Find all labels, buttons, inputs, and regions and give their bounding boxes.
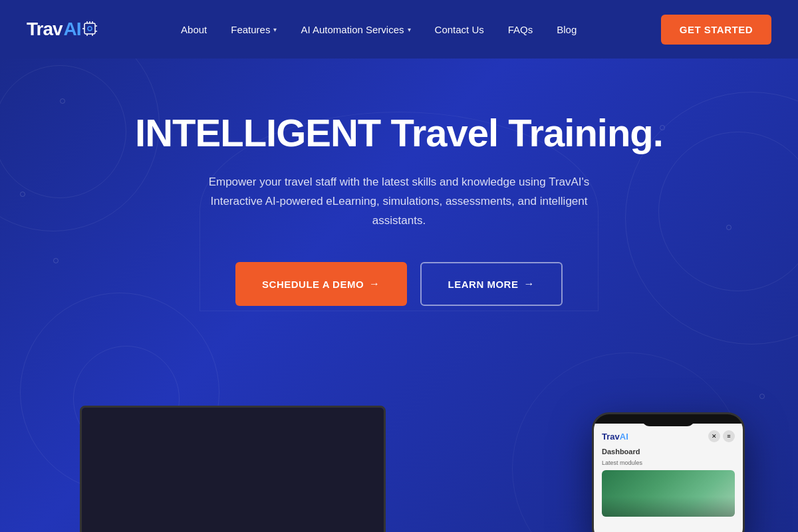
schedule-arrow-icon: → xyxy=(369,277,380,291)
logo-trav-text: Trav xyxy=(27,19,63,40)
svg-rect-0 xyxy=(84,23,95,34)
phone-close-icon: ✕ xyxy=(708,430,720,442)
phone-frame: TravAI ✕ ≡ Dashboard Latest modules xyxy=(592,412,745,532)
nav-item-ai-automation[interactable]: AI Automation Services ▾ xyxy=(291,19,420,41)
nav-item-contact[interactable]: Contact Us xyxy=(426,19,493,41)
bg-dot-5 xyxy=(726,225,732,230)
get-started-button[interactable]: GET STARTED xyxy=(661,15,771,45)
logo-ai-text: AI xyxy=(64,19,81,40)
nav-item-features[interactable]: Features ▾ xyxy=(221,19,286,41)
phone-image-placeholder xyxy=(602,470,735,517)
logo-circuit-icon xyxy=(82,21,97,36)
phone-dashboard-label: Dashboard xyxy=(602,448,735,456)
bg-circle-4 xyxy=(658,132,798,291)
laptop-screen xyxy=(82,408,384,532)
schedule-demo-button[interactable]: SCHEDULE A DEMO → xyxy=(235,262,407,306)
laptop-mockup xyxy=(66,406,399,532)
hero-buttons: SCHEDULE A DEMO → LEARN MORE → xyxy=(235,262,563,306)
bg-dot-1 xyxy=(60,98,65,104)
phone-screen: TravAI ✕ ≡ Dashboard Latest modules xyxy=(594,424,743,532)
nav-item-blog[interactable]: Blog xyxy=(547,19,586,41)
phone-modules-label: Latest modules xyxy=(602,460,735,466)
nav-link-contact[interactable]: Contact Us xyxy=(426,19,493,41)
phone-logo-ai: AI xyxy=(620,432,628,442)
nav-link-ai-automation[interactable]: AI Automation Services ▾ xyxy=(291,19,420,41)
ai-automation-chevron-icon: ▾ xyxy=(408,26,411,33)
nav-link-blog[interactable]: Blog xyxy=(547,19,586,41)
nav-links: About Features ▾ AI Automation Services … xyxy=(172,19,586,41)
svg-point-9 xyxy=(88,27,92,31)
laptop-screen-frame xyxy=(80,406,386,532)
phone-logo-trav: Trav xyxy=(602,432,620,442)
nav-link-features[interactable]: Features ▾ xyxy=(221,19,286,41)
nav-link-faqs[interactable]: FAQs xyxy=(499,19,543,41)
hero-title: INTELLIGENT Travel Training. xyxy=(135,112,663,154)
bg-circle-2 xyxy=(0,65,126,198)
learn-more-arrow-icon: → xyxy=(523,278,535,290)
phone-mockup: TravAI ✕ ≡ Dashboard Latest modules xyxy=(592,412,745,532)
phone-screen-header: TravAI ✕ ≡ xyxy=(602,430,735,442)
phone-logo: TravAI xyxy=(602,432,628,442)
nav-item-faqs[interactable]: FAQs xyxy=(499,19,543,41)
hero-section: INTELLIGENT Travel Training. Empower you… xyxy=(0,59,798,532)
phone-menu-icon: ≡ xyxy=(723,430,735,442)
features-chevron-icon: ▾ xyxy=(273,26,277,33)
logo[interactable]: Trav AI xyxy=(27,19,97,40)
phone-header-icons: ✕ ≡ xyxy=(708,430,735,442)
phone-notch xyxy=(642,414,695,426)
hero-subtitle: Empower your travel staff with the lates… xyxy=(186,173,612,231)
navbar: Trav AI About Features ▾ AI xyxy=(0,0,798,59)
nav-link-about[interactable]: About xyxy=(172,19,216,41)
nav-item-about[interactable]: About xyxy=(172,19,216,41)
bg-dot-3 xyxy=(53,258,59,263)
bg-dot-6 xyxy=(759,394,765,399)
bg-dot-2 xyxy=(20,192,25,197)
learn-more-button[interactable]: LEARN MORE → xyxy=(420,262,563,306)
